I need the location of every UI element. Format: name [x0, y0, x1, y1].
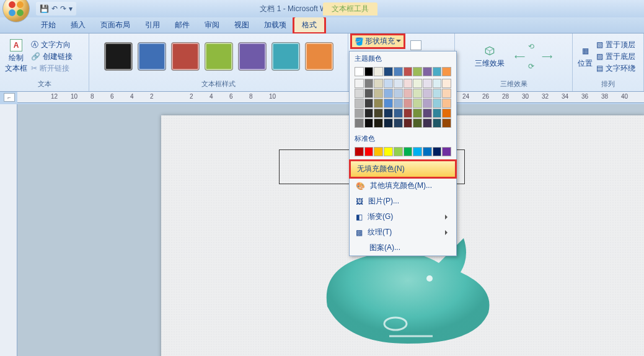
color-swatch[interactable] [423, 79, 432, 88]
tab-format[interactable]: 格式 [294, 17, 325, 33]
color-swatch[interactable] [355, 147, 364, 156]
ruler-corner[interactable]: ⌐ [4, 93, 15, 102]
color-swatch[interactable] [384, 118, 393, 128]
no-fill-item[interactable]: 无填充颜色(N) [350, 161, 456, 177]
color-swatch[interactable] [433, 109, 442, 118]
color-swatch[interactable] [394, 147, 403, 156]
style-swatch[interactable] [171, 42, 200, 71]
style-swatch[interactable] [238, 42, 267, 71]
color-swatch[interactable] [404, 79, 413, 88]
color-swatch[interactable] [374, 79, 383, 88]
texture-fill-item[interactable]: ▩ 纹理(T) [350, 225, 456, 240]
color-swatch[interactable] [394, 89, 403, 98]
color-swatch[interactable] [404, 67, 413, 76]
color-swatch[interactable] [442, 89, 451, 98]
text-wrap-button[interactable]: ▤文字环绕 [596, 63, 635, 74]
color-swatch[interactable] [423, 89, 432, 98]
color-swatch[interactable] [423, 118, 432, 128]
color-swatch[interactable] [364, 109, 374, 118]
position-button[interactable]: ▦ 位置 [576, 43, 594, 70]
color-swatch[interactable] [374, 89, 383, 98]
color-swatch[interactable] [433, 79, 442, 88]
shape-fill-button[interactable]: 🪣 形状填充 [351, 35, 404, 48]
color-swatch[interactable] [394, 118, 403, 128]
color-swatch[interactable] [384, 67, 393, 76]
color-swatch[interactable] [394, 79, 403, 88]
color-swatch[interactable] [442, 67, 451, 76]
style-swatch[interactable] [305, 42, 333, 71]
gradient-fill-item[interactable]: ◧ 渐变(G) [350, 209, 456, 225]
bring-front-button[interactable]: ▧置于顶层 [596, 40, 635, 50]
color-swatch[interactable] [374, 147, 383, 156]
color-swatch[interactable] [423, 99, 432, 108]
threed-tilt-grid[interactable]: ⟲ ⟵⟶ ⟳ [514, 42, 554, 71]
color-swatch[interactable] [423, 147, 432, 156]
color-swatch[interactable] [442, 109, 451, 118]
color-swatch[interactable] [404, 118, 413, 128]
color-swatch[interactable] [364, 67, 374, 76]
color-swatch[interactable] [384, 79, 393, 88]
tab-mail[interactable]: 邮件 [167, 17, 197, 33]
tab-layout[interactable]: 页面布局 [93, 17, 138, 33]
style-swatch[interactable] [271, 42, 300, 71]
color-swatch[interactable] [384, 109, 393, 118]
color-swatch[interactable] [355, 89, 364, 98]
color-swatch[interactable] [413, 89, 422, 98]
color-swatch[interactable] [384, 147, 393, 156]
color-swatch[interactable] [364, 118, 374, 128]
save-icon[interactable]: 💾 [40, 4, 49, 13]
color-swatch[interactable] [364, 79, 374, 88]
color-swatch[interactable] [384, 99, 393, 108]
color-swatch[interactable] [442, 147, 451, 156]
color-swatch[interactable] [413, 118, 422, 128]
color-swatch[interactable] [355, 99, 364, 108]
tab-references[interactable]: 引用 [138, 17, 167, 33]
color-swatch[interactable] [442, 99, 451, 108]
draw-textbox-button[interactable]: A 绘制 文本框 [4, 38, 29, 75]
send-back-button[interactable]: ▨置于底层 [596, 51, 635, 62]
color-swatch[interactable] [384, 89, 393, 98]
color-swatch[interactable] [374, 109, 383, 118]
tab-addins[interactable]: 加载项 [257, 17, 294, 33]
more-colors-item[interactable]: 🎨 其他填充颜色(M)... [350, 178, 456, 194]
undo-icon[interactable]: ↶ [51, 4, 58, 13]
color-swatch[interactable] [413, 79, 422, 88]
tab-review[interactable]: 审阅 [197, 17, 227, 33]
style-swatch[interactable] [104, 42, 133, 71]
color-swatch[interactable] [433, 118, 442, 128]
color-swatch[interactable] [394, 109, 403, 118]
color-swatch[interactable] [355, 109, 364, 118]
break-link-button[interactable]: ✂断开链接 [31, 63, 73, 74]
pattern-fill-item[interactable]: 图案(A)... [350, 240, 456, 256]
color-swatch[interactable] [374, 118, 383, 128]
color-swatch[interactable] [404, 89, 413, 98]
color-swatch[interactable] [394, 67, 403, 76]
create-link-button[interactable]: 🔗创建链接 [31, 51, 73, 62]
color-swatch[interactable] [433, 67, 442, 76]
qat-dropdown-icon[interactable]: ▾ [69, 4, 73, 13]
color-swatch[interactable] [413, 67, 422, 76]
document-workspace[interactable]: 亲子沙龙 [17, 104, 644, 356]
picture-fill-item[interactable]: 🖼 图片(P)... [350, 194, 456, 209]
color-swatch[interactable] [364, 99, 374, 108]
color-swatch[interactable] [413, 99, 422, 108]
color-swatch[interactable] [364, 89, 374, 98]
vertical-ruler[interactable] [0, 104, 17, 356]
color-swatch[interactable] [413, 147, 422, 156]
style-gallery[interactable] [104, 42, 333, 71]
text-direction-button[interactable]: Ⓐ文字方向 [31, 40, 73, 50]
color-swatch[interactable] [374, 67, 383, 76]
color-swatch[interactable] [355, 67, 364, 76]
style-swatch[interactable] [138, 42, 166, 71]
color-swatch[interactable] [442, 79, 451, 88]
color-swatch[interactable] [394, 99, 403, 108]
color-swatch[interactable] [433, 147, 442, 156]
color-swatch[interactable] [355, 79, 364, 88]
color-swatch[interactable] [423, 109, 432, 118]
tab-view[interactable]: 视图 [227, 17, 257, 33]
color-swatch[interactable] [374, 99, 383, 108]
color-swatch[interactable] [433, 99, 442, 108]
color-swatch[interactable] [442, 118, 451, 128]
color-swatch[interactable] [364, 147, 374, 156]
tab-insert[interactable]: 插入 [63, 17, 93, 33]
